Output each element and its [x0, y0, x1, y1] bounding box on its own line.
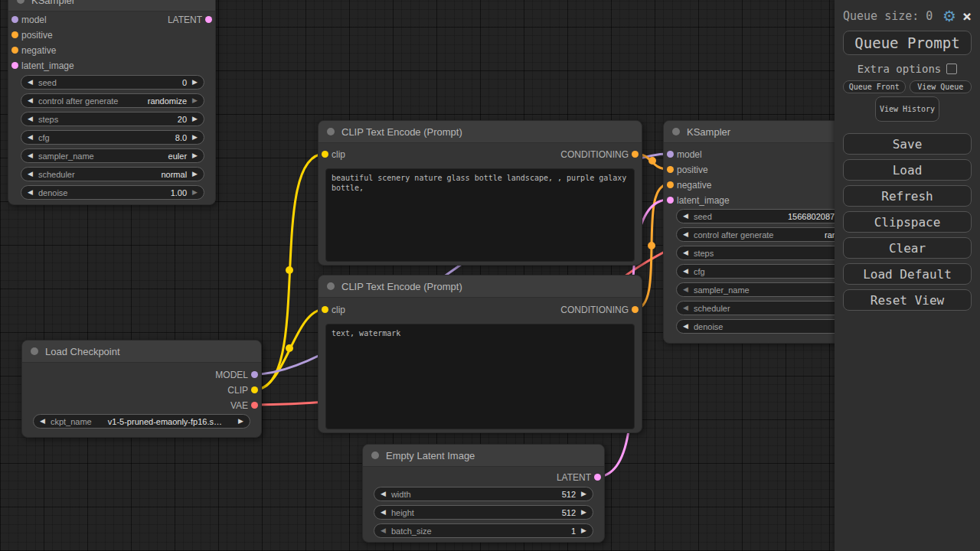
increment-arrow-icon[interactable]: ▶: [581, 491, 586, 497]
increment-arrow-icon[interactable]: ▶: [192, 152, 198, 159]
collapse-dot-icon[interactable]: [327, 128, 335, 135]
link-midpoint-dot: [648, 157, 656, 165]
widget-denoise[interactable]: ◀ denoise 1.00 ▶: [21, 185, 204, 200]
clipspace-button[interactable]: Clipspace: [843, 211, 972, 233]
close-icon[interactable]: ×: [962, 8, 972, 24]
node-clip-text-encode-negative[interactable]: CLIP Text Encode (Prompt) clip CONDITION…: [318, 275, 642, 433]
link-midpoint-dot: [286, 344, 293, 352]
decrement-arrow-icon[interactable]: ◀: [381, 509, 386, 516]
save-button[interactable]: Save: [843, 133, 972, 155]
prompt-textarea[interactable]: text, watermark: [325, 324, 635, 429]
widget-width[interactable]: ◀ width 512 ▶: [374, 487, 593, 501]
widget-label: sampler_name: [38, 152, 94, 161]
view-history-button[interactable]: View History: [875, 96, 939, 122]
widget-height[interactable]: ◀ height 512 ▶: [374, 505, 593, 520]
clear-button[interactable]: Clear: [843, 237, 972, 259]
conditioning-input-port[interactable]: [667, 166, 674, 173]
widget-value: 512: [562, 508, 576, 517]
conditioning-input-port[interactable]: [667, 181, 674, 188]
latent-input-port[interactable]: [667, 197, 674, 204]
increment-arrow-icon[interactable]: ▶: [192, 189, 198, 196]
latent-output-port[interactable]: [205, 16, 212, 23]
conditioning-input-port[interactable]: [11, 31, 18, 38]
widget-value: 0: [182, 78, 187, 87]
node-title-bar[interactable]: CLIP Text Encode (Prompt): [318, 121, 642, 143]
node-graph-canvas[interactable]: KSampler model positive negative latent_…: [0, 0, 980, 551]
node-title-bar[interactable]: Empty Latent Image: [363, 445, 604, 467]
widget-label: width: [391, 490, 411, 499]
decrement-arrow-icon[interactable]: ◀: [28, 171, 33, 178]
node-load-checkpoint[interactable]: Load Checkpoint MODEL CLIP VAE ◀ ckpt_na…: [21, 340, 262, 438]
reset-view-button[interactable]: Reset View: [843, 289, 972, 311]
load-button[interactable]: Load: [843, 159, 972, 181]
decrement-arrow-icon[interactable]: ◀: [28, 97, 33, 104]
refresh-button[interactable]: Refresh: [843, 185, 972, 207]
increment-arrow-icon[interactable]: ▶: [581, 509, 586, 516]
decrement-arrow-icon[interactable]: ◀: [381, 527, 386, 534]
widget-seed[interactable]: ◀ seed 0 ▶: [21, 75, 204, 90]
node-clip-text-encode-positive[interactable]: CLIP Text Encode (Prompt) clip CONDITION…: [318, 120, 642, 266]
decrement-arrow-icon[interactable]: ◀: [683, 268, 688, 275]
node-title: CLIP Text Encode (Prompt): [341, 126, 462, 138]
widget-label: cfg: [694, 267, 705, 276]
collapse-dot-icon[interactable]: [31, 347, 38, 355]
previous-arrow-icon[interactable]: ◀: [40, 418, 45, 425]
widget-steps[interactable]: ◀ steps 20 ▶: [21, 112, 204, 126]
collapse-dot-icon[interactable]: [371, 452, 379, 459]
queue-prompt-button[interactable]: Queue Prompt: [843, 31, 972, 55]
widget-batch-size[interactable]: ◀ batch_size 1 ▶: [374, 523, 593, 538]
decrement-arrow-icon[interactable]: ◀: [28, 79, 33, 86]
conditioning-output-port[interactable]: [632, 151, 639, 158]
increment-arrow-icon[interactable]: ▶: [192, 79, 198, 86]
decrement-arrow-icon[interactable]: ◀: [683, 323, 688, 330]
clip-input-port[interactable]: [322, 306, 328, 313]
widget-control-after-generate[interactable]: ◀ control after generate randomize ▶: [21, 93, 204, 108]
node-title-bar[interactable]: Load Checkpoint: [22, 341, 261, 363]
increment-arrow-icon[interactable]: ▶: [192, 97, 198, 104]
increment-arrow-icon[interactable]: ▶: [192, 134, 198, 141]
clip-input-port[interactable]: [322, 151, 328, 158]
extra-options-checkbox[interactable]: [946, 64, 957, 74]
decrement-arrow-icon[interactable]: ◀: [28, 189, 33, 196]
model-input-port[interactable]: [667, 151, 674, 158]
decrement-arrow-icon[interactable]: ◀: [683, 305, 688, 311]
decrement-arrow-icon[interactable]: ◀: [683, 249, 688, 256]
widget-ckpt-name[interactable]: ◀ ckpt_name v1-5-pruned-emaonly-fp16.s… …: [33, 414, 250, 429]
decrement-arrow-icon[interactable]: ◀: [28, 152, 33, 159]
collapse-dot-icon[interactable]: [327, 282, 335, 290]
model-input-port[interactable]: [11, 16, 18, 23]
model-output-port[interactable]: [251, 371, 258, 378]
clip-output-port[interactable]: [251, 386, 258, 393]
latent-input-port[interactable]: [11, 62, 18, 69]
settings-gear-icon[interactable]: ⚙: [942, 8, 956, 24]
increment-arrow-icon[interactable]: ▶: [192, 116, 198, 122]
decrement-arrow-icon[interactable]: ◀: [683, 213, 688, 220]
node-title-bar[interactable]: CLIP Text Encode (Prompt): [318, 276, 642, 298]
increment-arrow-icon[interactable]: ▶: [192, 171, 198, 178]
node-empty-latent-image[interactable]: Empty Latent Image LATENT ◀ width 512 ▶ …: [362, 444, 605, 543]
widget-cfg[interactable]: ◀ cfg 8.0 ▶: [21, 130, 204, 145]
increment-arrow-icon[interactable]: ▶: [581, 527, 586, 534]
conditioning-output-port[interactable]: [632, 306, 639, 313]
decrement-arrow-icon[interactable]: ◀: [28, 134, 33, 141]
view-queue-button[interactable]: View Queue: [910, 80, 972, 93]
queue-front-button[interactable]: Queue Front: [843, 80, 906, 93]
latent-output-port[interactable]: [594, 474, 601, 481]
widget-sampler-name[interactable]: ◀ sampler_name euler ▶: [21, 148, 204, 163]
widget-scheduler[interactable]: ◀ scheduler normal ▶: [21, 167, 204, 181]
decrement-arrow-icon[interactable]: ◀: [28, 116, 33, 122]
next-arrow-icon[interactable]: ▶: [238, 418, 243, 425]
node-ksampler-left[interactable]: KSampler model positive negative latent_…: [8, 0, 216, 205]
output-vae: VAE: [230, 398, 248, 413]
decrement-arrow-icon[interactable]: ◀: [683, 286, 688, 293]
decrement-arrow-icon[interactable]: ◀: [381, 491, 386, 497]
load-default-button[interactable]: Load Default: [843, 263, 972, 285]
prompt-textarea[interactable]: beautiful scenery nature glass bottle la…: [325, 168, 635, 262]
decrement-arrow-icon[interactable]: ◀: [683, 231, 688, 238]
vae-output-port[interactable]: [251, 402, 258, 409]
collapse-dot-icon[interactable]: [672, 128, 680, 135]
input-label: clip: [332, 305, 345, 315]
conditioning-input-port[interactable]: [11, 47, 18, 54]
collapse-dot-icon[interactable]: [17, 0, 24, 4]
node-title-bar[interactable]: KSampler: [8, 0, 215, 11]
